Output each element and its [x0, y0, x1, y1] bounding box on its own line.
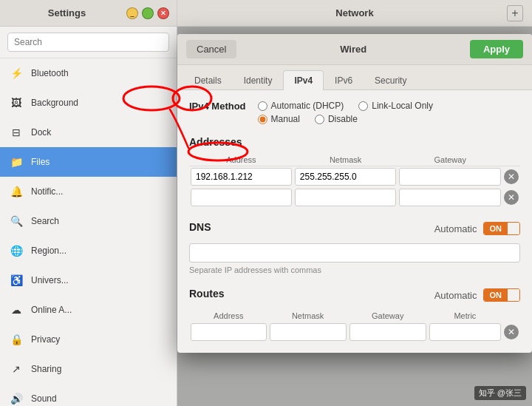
routes-toggle[interactable]: ON — [483, 288, 521, 302]
cancel-button[interactable]: Cancel — [186, 40, 236, 58]
dialog-title: Wired — [236, 44, 469, 55]
online-icon: ☁ — [9, 302, 24, 317]
dns-toggle-on: ON — [484, 223, 508, 234]
notifications-icon: 🔔 — [9, 184, 24, 199]
method-auto-dhcp-label: Automatic (DHCP) — [271, 101, 344, 111]
sidebar-item-label: Search — [31, 216, 59, 226]
netmask-input-2[interactable] — [295, 189, 397, 206]
minimize-button[interactable]: _ — [126, 7, 138, 19]
dns-toggle[interactable]: ON — [483, 222, 521, 235]
tab-ipv6[interactable]: IPv6 — [324, 70, 364, 90]
address-input-1[interactable] — [191, 168, 292, 186]
sidebar-item-label: Sound — [31, 393, 57, 404]
dns-input[interactable] — [189, 243, 520, 263]
bluetooth-icon: ⚡ — [9, 66, 24, 81]
dialog-header: Cancel Wired Apply — [177, 34, 532, 65]
routes-auto-label: Automatic — [434, 290, 477, 301]
methods-row-bottom: Manual Disable — [258, 114, 520, 124]
sidebar-item-label: Notific... — [31, 186, 63, 197]
dialog-body: IPv4 Method Automatic (DHCP) Link-Local … — [177, 90, 532, 353]
remove-address-1-button[interactable]: ✕ — [504, 169, 519, 184]
close-button[interactable]: ✕ — [157, 7, 169, 19]
method-manual[interactable]: Manual — [258, 114, 300, 124]
routes-row-1: ✕ — [189, 322, 520, 342]
maximize-button[interactable] — [142, 7, 154, 19]
routes-gateway-col: Gateway — [348, 310, 428, 322]
sharing-icon: ↗ — [9, 362, 24, 376]
routes-toggle-off — [508, 289, 519, 301]
gateway-input-2[interactable] — [399, 189, 501, 206]
sidebar-item-label: Univers... — [31, 275, 69, 285]
dialog-tabs: Details Identity IPv4 IPv6 Security — [177, 65, 532, 90]
routes-netmask-input-1[interactable] — [270, 323, 347, 341]
watermark: 知乎 @张三 — [474, 386, 526, 400]
dns-section: DNS Automatic ON Separate IP addresses w… — [189, 218, 520, 274]
dialog-overlay: Cancel Wired Apply Details Identity IPv4… — [177, 27, 532, 406]
sidebar-item-bluetooth[interactable]: ⚡ Bluetooth — [0, 58, 177, 88]
tab-details[interactable]: Details — [183, 70, 233, 90]
main-title: Network — [177, 7, 532, 18]
sidebar-item-dock[interactable]: ⊟ Dock — [0, 118, 177, 147]
sidebar-item-sharing[interactable]: ↗ Sharing — [0, 354, 177, 384]
universal-icon: ♿ — [9, 273, 24, 288]
sidebar-item-online[interactable]: ☁ Online A... — [0, 295, 177, 325]
settings-titlebar: Settings _ ✕ — [0, 0, 177, 27]
sidebar-item-label: Region... — [31, 246, 66, 256]
method-disable[interactable]: Disable — [315, 114, 358, 124]
sidebar-item-label: Dock — [31, 127, 51, 138]
tab-security[interactable]: Security — [364, 70, 417, 90]
sidebar-item-background[interactable]: 🖼 Background — [0, 88, 177, 118]
method-disable-label: Disable — [328, 114, 358, 124]
sidebar-item-sound[interactable]: 🔊 Sound — [0, 384, 177, 405]
sidebar-item-label: Online A... — [31, 305, 72, 315]
dns-label: DNS — [189, 221, 211, 233]
routes-toggle-on: ON — [484, 289, 508, 301]
sidebar-item-privacy[interactable]: 🔒 Privacy — [0, 325, 177, 354]
main-area: Network + Wired + Cancel Wired Apply Det… — [177, 0, 532, 406]
dns-section-row: DNS Automatic ON — [189, 218, 520, 239]
dns-hint: Separate IP addresses with commas — [189, 265, 520, 274]
routes-metric-col: Metric — [428, 310, 502, 322]
routes-address-input-1[interactable] — [191, 323, 267, 341]
addresses-table: Address Netmask Gateway — [189, 154, 520, 208]
add-network-button[interactable]: + — [507, 5, 523, 21]
apply-button[interactable]: Apply — [470, 40, 523, 58]
sidebar-item-universal[interactable]: ♿ Univers... — [0, 265, 177, 295]
sidebar-item-notifications[interactable]: 🔔 Notific... — [0, 177, 177, 206]
region-icon: 🌐 — [9, 243, 24, 258]
tab-ipv4[interactable]: IPv4 — [283, 70, 324, 90]
sound-icon: 🔊 — [9, 391, 24, 405]
address-row-1: ✕ — [189, 166, 520, 188]
sidebar-item-files[interactable]: 📁 Files — [0, 147, 177, 177]
dns-toggle-off — [508, 223, 519, 234]
routes-metric-input-1[interactable] — [429, 323, 501, 341]
remove-route-1-button[interactable]: ✕ — [504, 325, 519, 339]
background-icon: 🖼 — [9, 95, 24, 110]
netmask-col-header: Netmask — [293, 154, 398, 166]
gateway-input-1[interactable] — [399, 168, 501, 186]
routes-section: Routes Automatic ON Address — [189, 285, 520, 342]
remove-address-2-button[interactable]: ✕ — [504, 190, 519, 205]
gateway-col-header: Gateway — [398, 154, 502, 166]
address-input-2[interactable] — [191, 189, 292, 206]
addresses-section: Addresses Address Netmask Gateway — [189, 136, 520, 208]
dns-auto-label: Automatic — [434, 223, 477, 234]
settings-sidebar: Settings _ ✕ ⚡ Bluetooth 🖼 Background ⊟ … — [0, 0, 177, 406]
ipv4-methods-section: IPv4 Method Automatic (DHCP) Link-Local … — [189, 101, 520, 124]
routes-toggle-area: Automatic ON — [434, 288, 520, 302]
search-input[interactable] — [7, 33, 169, 52]
addresses-label: Addresses — [189, 136, 520, 148]
sidebar-item-label: Privacy — [31, 334, 60, 345]
routes-table: Address Netmask Gateway Metric — [189, 310, 520, 342]
method-auto-dhcp[interactable]: Automatic (DHCP) — [258, 101, 344, 111]
method-link-local[interactable]: Link-Local Only — [358, 101, 433, 111]
address-row-2: ✕ — [189, 187, 520, 208]
sidebar-item-region[interactable]: 🌐 Region... — [0, 236, 177, 265]
routes-section-row: Routes Automatic ON — [189, 285, 520, 305]
tab-identity[interactable]: Identity — [233, 70, 284, 90]
sidebar-item-search[interactable]: 🔍 Search — [0, 206, 177, 236]
sidebar-item-label: Sharing — [31, 364, 61, 374]
routes-gateway-input-1[interactable] — [349, 323, 426, 341]
files-icon: 📁 — [9, 155, 24, 169]
netmask-input-1[interactable] — [295, 168, 397, 186]
